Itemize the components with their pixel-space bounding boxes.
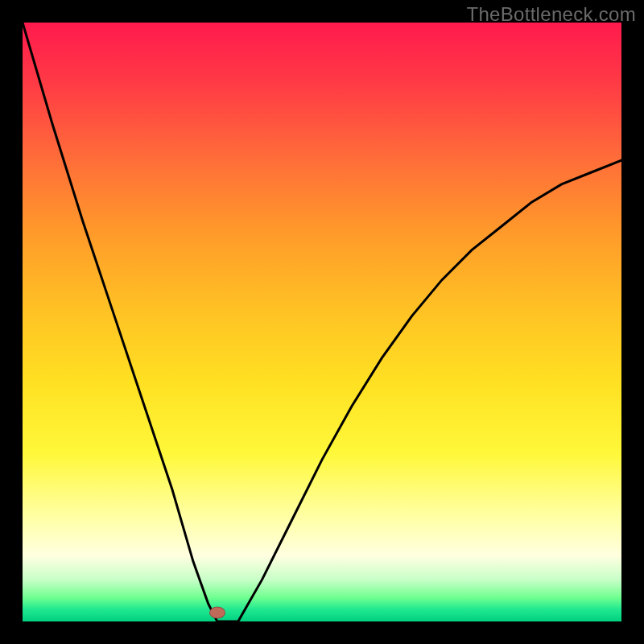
chart-frame: TheBottleneck.com: [0, 0, 644, 644]
bottleneck-curve: [23, 23, 621, 621]
plot-area: [23, 23, 621, 621]
optimal-marker: [209, 606, 225, 618]
watermark-text: TheBottleneck.com: [466, 3, 636, 26]
curve-svg: [23, 23, 621, 621]
